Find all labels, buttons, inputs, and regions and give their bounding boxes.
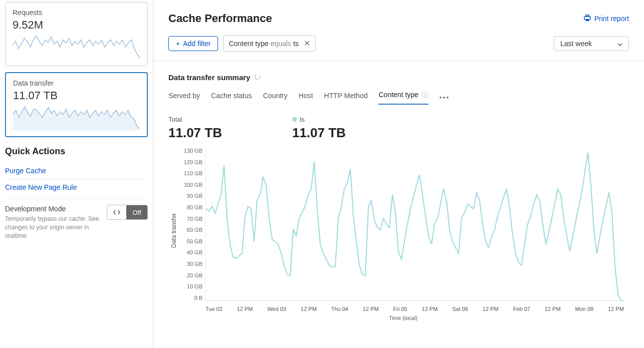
info-icon: ⓘ [421, 91, 428, 99]
page-title: Cache Performance [168, 12, 272, 25]
total-label: ts [300, 116, 305, 123]
x-tick: Feb 07 [513, 306, 530, 312]
print-label: Print report [594, 15, 629, 23]
svg-rect-1 [586, 15, 589, 17]
plus-icon: + [176, 40, 180, 48]
y-tick: 80 GB [177, 204, 202, 210]
quick-action-create-new-page-rule[interactable]: Create New Page Rule [5, 179, 148, 195]
summary-title: Data transfer summary [168, 73, 250, 82]
tab-host[interactable]: Host [299, 92, 313, 104]
dev-mode-title: Development Mode [5, 205, 101, 213]
x-tick: Thu 04 [331, 306, 348, 312]
total-total: Total 11.07 TB [168, 116, 222, 141]
tab-cache-status[interactable]: Cache status [211, 92, 252, 104]
add-filter-label: Add filter [183, 40, 210, 48]
sparkline [13, 35, 140, 60]
series-dot-icon [292, 117, 297, 122]
y-tick: 10 GB [177, 283, 202, 289]
y-tick: 70 GB [177, 216, 202, 222]
y-tick: 20 GB [177, 272, 202, 278]
chevron-down-icon [617, 40, 622, 48]
y-axis-label: Data transfer [168, 148, 177, 313]
x-tick: 12 PM [301, 306, 317, 312]
stat-card-data-transfer[interactable]: Data transfer 11.07 TB [5, 72, 148, 137]
tabs-more-button[interactable]: ••• [440, 94, 450, 102]
y-tick: 120 GB [177, 159, 202, 165]
filter-operator: equals [271, 40, 291, 48]
filter-value: ts [293, 40, 299, 48]
total-value: 11.07 TB [292, 125, 346, 141]
y-tick: 90 GB [177, 193, 202, 199]
quick-actions-heading: Quick Actions [5, 146, 148, 157]
x-tick: 12 PM [363, 306, 379, 312]
sparkline [13, 105, 140, 130]
tab-country[interactable]: Country [263, 92, 288, 104]
filter-field: Content type [229, 40, 268, 48]
close-icon[interactable]: ✕ [304, 39, 310, 48]
stat-label: Requests [13, 9, 140, 17]
stat-value: 9.52M [13, 19, 140, 32]
x-tick: 12 PM [545, 306, 561, 312]
x-tick: Fri 05 [393, 306, 407, 312]
svg-point-3 [255, 74, 260, 79]
y-tick: 50 GB [177, 238, 202, 244]
add-filter-button[interactable]: + Add filter [168, 36, 218, 51]
printer-icon [583, 15, 591, 23]
loading-icon [254, 73, 261, 82]
x-axis-label: Time (local) [389, 315, 417, 321]
x-tick: Mon 08 [575, 306, 593, 312]
print-report-link[interactable]: Print report [583, 15, 629, 23]
stat-card-requests[interactable]: Requests 9.52M [5, 2, 148, 66]
y-tick: 0 B [177, 295, 202, 301]
y-tick: 40 GB [177, 249, 202, 255]
x-tick: Tue 02 [205, 306, 223, 312]
y-tick: 60 GB [177, 227, 202, 233]
quick-action-purge-cache[interactable]: Purge Cache [5, 163, 148, 179]
chart-plot-area[interactable] [205, 148, 624, 301]
tab-content-type[interactable]: Content type ⓘ [378, 91, 428, 105]
y-tick: 100 GB [177, 182, 202, 188]
x-tick: 12 PM [483, 306, 499, 312]
dev-mode-toggle[interactable]: Off [107, 205, 148, 220]
x-tick: Wed 03 [267, 306, 286, 312]
x-tick: Sat 06 [452, 306, 468, 312]
x-tick: 12 PM [608, 306, 624, 312]
y-tick: 110 GB [177, 170, 202, 176]
date-range-select[interactable]: Last week [554, 36, 629, 51]
total-ts: ts 11.07 TB [292, 116, 346, 141]
toggle-arrows-icon [107, 205, 126, 219]
svg-rect-2 [586, 19, 589, 21]
y-tick: 130 GB [177, 148, 202, 154]
filter-chip[interactable]: Content type equals ts ✕ [223, 35, 316, 52]
tab-served-by[interactable]: Served by [168, 92, 200, 104]
x-tick: 12 PM [422, 306, 438, 312]
date-range-label: Last week [560, 40, 592, 48]
y-tick: 30 GB [177, 261, 202, 267]
stat-label: Data transfer [13, 79, 140, 87]
stat-value: 11.07 TB [13, 89, 140, 102]
total-label: Total [168, 116, 182, 123]
total-value: 11.07 TB [168, 125, 222, 141]
tab-http-method[interactable]: HTTP Method [324, 92, 368, 104]
toggle-state-label: Off [126, 205, 147, 219]
dev-mode-desc: Temporarily bypass our cache. See change… [5, 215, 101, 240]
x-tick: 12 PM [237, 306, 253, 312]
